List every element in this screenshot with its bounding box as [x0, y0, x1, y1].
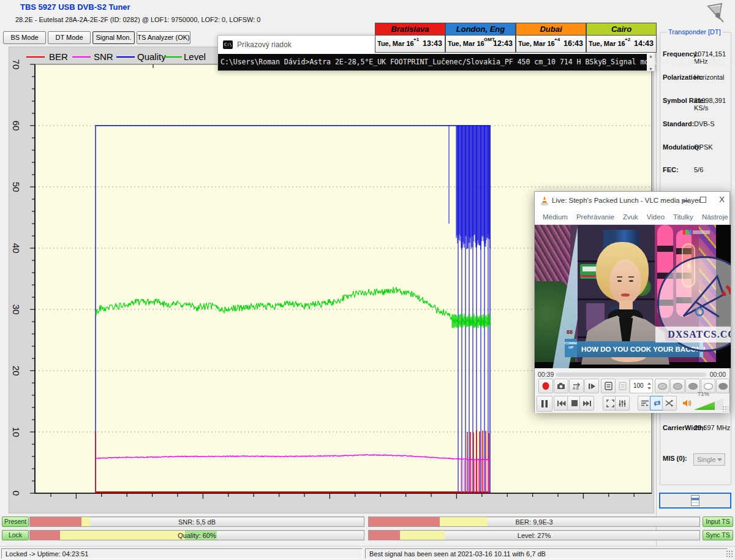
aspect-toggle-2[interactable] [670, 379, 685, 393]
vlc-video-area[interactable]: 88 COMING UP HOW DO YOU COOK YOUR BACON?… [535, 225, 731, 368]
clock-cairo: Cairo Tue, Mar 16 +2 14:43 [586, 23, 657, 53]
legend-quality-label: Quality [137, 51, 166, 61]
speed-spinner[interactable]: 100 [630, 379, 653, 393]
clock-date: Tue, Mar 16 [589, 40, 625, 47]
clock-london: London, Eng Tue, Mar 16 GMT 12:43 [445, 23, 516, 53]
vlc-window[interactable]: Live: Steph's Packed Lunch - VLC media p… [534, 191, 730, 412]
symbol-rate-value: 21998,391 KS/s [694, 97, 735, 112]
scroll-down-icon[interactable]: ▼ [649, 67, 653, 71]
seek-slider[interactable] [556, 373, 706, 377]
clock-bratislava: Bratislava Tue, Mar 16 +1 13:43 [375, 23, 445, 53]
snr-meter-label: SNR: 5,5 dB [30, 517, 364, 526]
vlc-titlebar[interactable]: Live: Steph's Packed Lunch - VLC media p… [535, 192, 729, 210]
vlc-controls: 00:39 00:00 A B [535, 368, 729, 413]
volume-icon[interactable] [682, 398, 692, 408]
record-button[interactable] [538, 379, 553, 393]
random-button[interactable] [662, 396, 677, 411]
sync-ts-button[interactable]: Sync TS [703, 530, 733, 540]
menu-medium[interactable]: Médium [538, 213, 572, 221]
vlc-cone-icon [540, 195, 549, 206]
docked-playlist-button[interactable] [615, 379, 630, 393]
legend-level-swatch [164, 56, 182, 58]
console-title: Príkazový riadok [237, 40, 292, 49]
app-subtitle: 28.2E - Eutelsat 28A-2A-2E-2F (ID: 0282)… [15, 16, 260, 23]
menu-playback[interactable]: Prehrávanie [572, 213, 619, 221]
menu-audio[interactable]: Zvuk [619, 213, 643, 221]
frame-advance-icon [588, 382, 596, 390]
console-prompt-text: C:\Users\Roman Dávid>Astra 2E-28,5°E_UK … [221, 58, 735, 66]
legend-snr-label: SNR [94, 51, 113, 61]
channel-logo [683, 230, 711, 235]
input-ts-button[interactable]: Input TS [703, 516, 733, 527]
minimize-icon[interactable] [683, 200, 689, 202]
tab-dt-mode[interactable]: DT Mode [48, 31, 91, 44]
tab-signal-mon[interactable]: Signal Mon. [92, 31, 135, 44]
shuffle-icon [665, 399, 674, 407]
ber-meter-label: BER: 9,9E-3 [369, 517, 699, 526]
ts-list-button[interactable] [659, 493, 731, 509]
volume-slider[interactable] [694, 398, 723, 410]
time-elapsed: 00:39 [538, 371, 554, 378]
docked-playlist-icon [619, 382, 627, 390]
clock-time: 16:43 [564, 39, 583, 48]
aspect-toggle-1[interactable] [655, 379, 669, 393]
status-bar: Locked -> Uptime: 04:23:51 Best signal h… [0, 546, 735, 560]
console-body[interactable]: C:\Users\Roman Dávid>Astra 2E-28,5°E_UK … [218, 54, 655, 70]
present-button[interactable]: Present [2, 516, 29, 527]
menu-tools[interactable]: Nástroje [698, 213, 733, 221]
pause-icon [541, 399, 548, 408]
level-meter-label: Level: 27% [369, 531, 699, 540]
aspect-toggle-5[interactable] [716, 379, 729, 393]
console-scrollbar[interactable]: ▲ ▼ [647, 54, 655, 71]
legend-ber-label: BER [49, 51, 68, 61]
equalizer-icon [618, 399, 627, 407]
legend-quality-swatch [116, 56, 135, 58]
close-icon[interactable]: X [719, 195, 725, 204]
lock-button[interactable]: Lock [2, 530, 29, 540]
tab-ts-analyzer[interactable]: TS Analyzer (OK) [137, 31, 190, 44]
previous-button[interactable] [554, 396, 568, 411]
menu-view[interactable]: Zobraziť [733, 213, 735, 221]
snr-meter: SNR: 5,5 dB [29, 516, 364, 527]
ab-loop-icon: A B [572, 382, 581, 390]
record-icon [541, 382, 550, 390]
satellite-dish-icon [703, 2, 729, 26]
level-meter: Level: 27% [368, 530, 700, 540]
oval-icon [718, 383, 728, 390]
fec-label: FEC: [663, 166, 679, 173]
equalizer-button[interactable] [615, 396, 630, 411]
next-button[interactable] [579, 396, 594, 411]
snapshot-button[interactable] [554, 379, 568, 393]
vlc-resize-grip[interactable] [722, 406, 728, 412]
stop-icon [571, 400, 578, 406]
quality-meter: Quality: 60% [29, 530, 364, 540]
dxsatcs-watermark: DXSATCS.COM [657, 256, 731, 352]
clock-date: Tue, Mar 16 [377, 40, 414, 47]
clock-time: 12:43 [493, 39, 513, 48]
resize-grip[interactable] [726, 550, 733, 558]
carrier-width-value: 29,697 MHz [694, 424, 730, 431]
fullscreen-icon [606, 399, 614, 407]
legend-ber-swatch [26, 56, 45, 58]
menu-subtitles[interactable]: Titulky [669, 213, 698, 221]
ab-loop-button[interactable]: A B [569, 379, 584, 393]
extended-settings-icon [641, 399, 649, 407]
spin-down-icon[interactable] [647, 387, 651, 390]
oval-icon [673, 383, 682, 390]
clock-city: Dubai [516, 23, 586, 36]
coming-up-badge: COMING UP [565, 339, 577, 357]
menu-video[interactable]: Video [643, 213, 669, 221]
spin-up-icon[interactable] [647, 382, 651, 385]
frame-by-frame-button[interactable] [584, 379, 599, 393]
status-best-signal: Best signal has been seen at 2021-03-16 … [365, 548, 728, 559]
legend-snr-swatch [72, 56, 91, 58]
playlist-icon [605, 382, 612, 390]
transponder-groupbox-title: Transponder [DT] [666, 28, 723, 36]
pause-button[interactable] [537, 396, 552, 412]
tab-bs-mode[interactable]: BS Mode [3, 31, 46, 44]
mis-dropdown[interactable]: Single [693, 453, 725, 466]
maximize-icon[interactable] [700, 197, 706, 203]
scroll-up-icon[interactable]: ▲ [649, 54, 653, 58]
fec-value: 5/6 [694, 166, 703, 173]
playlist-button[interactable] [601, 379, 616, 393]
